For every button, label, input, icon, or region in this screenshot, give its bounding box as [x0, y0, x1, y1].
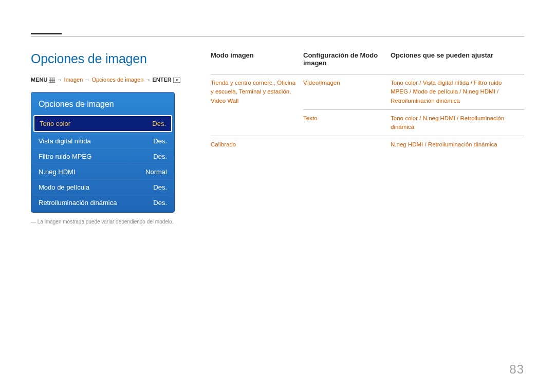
table-cell-opts: Tono color / Vista digital nítida / Filt…: [391, 74, 524, 110]
osd-row[interactable]: Vista digital nítidaDes.: [33, 133, 172, 148]
osd-row[interactable]: Tono colorDes.: [33, 115, 172, 132]
osd-row-label: Tono color: [40, 120, 70, 127]
osd-row-value: Des.: [153, 153, 167, 160]
osd-row-value: Des.: [153, 183, 167, 191]
manual-page: Opciones de imagen MENU → Imagen → Opcio…: [0, 0, 555, 392]
breadcrumb-enter-label: ENTER: [152, 77, 171, 83]
enter-icon: [173, 78, 180, 84]
osd-row-value: Des.: [153, 199, 167, 207]
col-header-cfg: Configuración de Modo imagen: [303, 51, 391, 74]
osd-row-label: N.neg HDMI: [39, 168, 76, 176]
osd-panel-title: Opciones de imagen: [33, 95, 172, 114]
menu-grid-icon: [49, 78, 55, 84]
osd-row-value: Normal: [145, 168, 167, 176]
osd-row[interactable]: Modo de películaDes.: [33, 179, 172, 195]
header-rule: [31, 36, 524, 36]
footnote: La imagen mostrada puede variar dependie…: [31, 219, 185, 225]
table-cell-opts: N.neg HDMI / Retroiluminación dinámica: [391, 136, 524, 154]
table-cell-mode: Calibrado: [211, 136, 391, 154]
col-header-mode: Modo imagen: [211, 51, 303, 74]
osd-panel-body: Tono colorDes.Vista digital nítidaDes.Fi…: [33, 114, 172, 210]
osd-row[interactable]: N.neg HDMINormal: [33, 164, 172, 179]
header-thick-mark: [31, 33, 62, 34]
osd-row[interactable]: Retroiluminación dinámicaDes.: [33, 195, 172, 210]
breadcrumb-arrow: →: [57, 77, 63, 83]
osd-row-label: Modo de película: [39, 183, 89, 191]
two-column-layout: Opciones de imagen MENU → Imagen → Opcio…: [31, 51, 524, 225]
breadcrumb-menu-label: MENU: [31, 77, 47, 83]
table-row: Tienda y centro comerc., Oficina y escue…: [211, 74, 524, 110]
osd-row-label: Retroiluminación dinámica: [39, 199, 117, 207]
table-row: CalibradoN.neg HDMI / Retroiluminación d…: [211, 136, 524, 154]
col-header-opts: Opciones que se pueden ajustar: [391, 51, 524, 74]
table-cell-cfg: Texto: [303, 109, 391, 136]
page-number: 83: [509, 362, 524, 377]
breadcrumb-arrow: →: [84, 77, 90, 83]
section-title: Opciones de imagen: [31, 51, 185, 66]
osd-row-label: Filtro ruido MPEG: [39, 153, 91, 160]
breadcrumb-part-1: Imagen: [64, 77, 83, 83]
osd-row-value: Des.: [152, 120, 166, 127]
table-cell-opts: Tono color / N.neg HDMI / Retroiluminaci…: [391, 109, 524, 136]
table-header-row: Modo imagen Configuración de Modo imagen…: [211, 51, 524, 74]
osd-panel: Opciones de imagen Tono colorDes.Vista d…: [31, 92, 175, 213]
osd-row[interactable]: Filtro ruido MPEGDes.: [33, 148, 172, 164]
left-column: Opciones de imagen MENU → Imagen → Opcio…: [31, 51, 185, 225]
breadcrumb-part-2: Opciones de imagen: [91, 77, 143, 83]
osd-row-label: Vista digital nítida: [39, 137, 91, 145]
table-cell-mode: Tienda y centro comerc., Oficina y escue…: [211, 74, 303, 136]
right-column: Modo imagen Configuración de Modo imagen…: [211, 51, 524, 225]
osd-row-value: Des.: [153, 137, 167, 145]
table-cell-cfg: Vídeo/Imagen: [303, 74, 391, 110]
options-table: Modo imagen Configuración de Modo imagen…: [211, 51, 524, 154]
menu-breadcrumb: MENU → Imagen → Opciones de imagen → ENT…: [31, 77, 185, 84]
breadcrumb-arrow: →: [145, 77, 151, 83]
